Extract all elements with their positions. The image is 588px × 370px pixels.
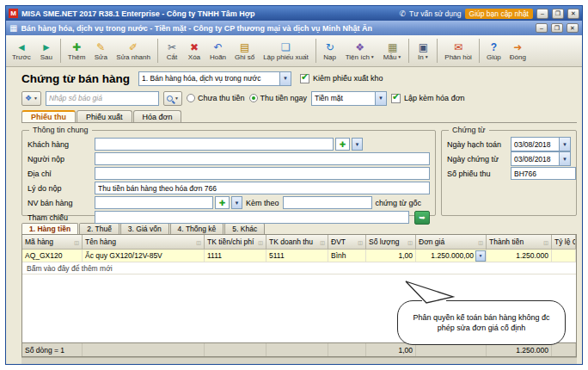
tham-chieu-input[interactable] [95,211,409,224]
app-window: M MISA SME.NET 2017 R38.1 Enterprise - C… [5,5,583,365]
chevron-down-icon[interactable]: ▼ [231,196,242,209]
column-header-so-luong[interactable]: Số lượng◫ [366,235,416,250]
add-new-row[interactable]: Bấm vào đây để thêm mới [22,262,576,274]
khach-hang-input[interactable] [95,138,334,151]
column-header-thanh-tien[interactable]: Thành tiền◫ [487,235,552,250]
filter-icon[interactable]: ◫ [320,239,325,245]
ngay-hach-toan-datepicker[interactable]: 03/08/2018 ▼ [511,137,571,151]
cell-tk-tien[interactable]: 1111 [205,250,266,262]
reference-picker-icon[interactable]: ➥ [414,211,430,225]
filter-icon[interactable]: ◫ [258,239,263,245]
toolbar-delete-button[interactable]: ✖ Xóa [183,36,205,65]
column-header-dvt[interactable]: ĐVT◫ [328,235,366,250]
nguoi-nop-input[interactable] [95,152,430,165]
minimize-icon[interactable]: – [536,9,548,19]
chevron-down-icon[interactable]: ▼ [475,250,486,262]
cell-tk-doanh-thu[interactable]: 5111 [266,250,328,262]
field-label: Ngày hạch toán [447,140,509,149]
payment-method-select[interactable]: Tiền mặt ▼ [311,91,387,106]
update-banner-button[interactable]: Giúp bạn cập nhật [465,9,533,19]
toolbar-add-button[interactable]: ✚ Thêm [64,36,89,65]
column-header-tk-doanh-thu[interactable]: TK doanh thu◫ [266,235,328,250]
toolbar-template-button[interactable]: ▦ Mẫu▼ [379,36,407,65]
column-header-tk-tien[interactable]: TK tiền/chi phí◫ [205,235,266,250]
toolbar-help-button[interactable]: ? Giúp [482,36,505,65]
column-header-ten-hang[interactable]: Tên hàng◫ [83,235,205,250]
filter-icon[interactable]: ◫ [196,239,201,245]
doc-close-icon[interactable]: ✕ [567,23,579,33]
search-button[interactable]: ▼ [163,91,182,106]
toolbar-save-ledger-button[interactable]: ▤ Ghi sổ [230,36,259,65]
support-link[interactable]: Tư vấn sử dụng [409,9,462,18]
cell-dvt[interactable]: Bình [328,250,366,262]
page-title: Chứng từ bán hàng [21,72,130,85]
cell-so-luong[interactable]: 1,00 [366,250,416,262]
chevron-down-icon[interactable]: ▼ [559,138,570,151]
close-icon[interactable]: ✕ [567,9,579,19]
filter-icon[interactable]: ◫ [478,239,483,245]
kem-theo-label: Kèm theo [244,199,281,207]
toolbar-utilities-button[interactable]: ❖ Tiện ích▼ [341,36,379,65]
toolbar-quick-edit-button[interactable]: ✐ Sửa nhanh [112,36,155,65]
cell-ma-hang[interactable]: AQ_GX120 [22,250,83,262]
tab-thue[interactable]: 2. Thuế [79,223,119,234]
kiem-phieu-xuat-kho-checkbox[interactable]: ✔ Kiêm phiếu xuất kho [300,74,383,83]
quick-edit-icon: ✐ [129,41,138,53]
cell-ty-le[interactable] [552,250,576,262]
cell-don-gia[interactable]: 1.250.000,00 ▼ [416,250,487,262]
toolbar-back-button[interactable]: ◄ Trước [8,36,35,65]
column-header-don-gia[interactable]: Đơn giá◫ [416,235,487,250]
doc-restore-icon[interactable]: ❐ [551,23,563,33]
doc-type-select[interactable]: 1. Bán hàng hóa, dịch vụ trong nước ▼ [138,71,291,86]
toolbar-close-button[interactable]: ➜ Đóng [505,36,530,65]
filter-icon[interactable]: ◫ [358,239,363,245]
chevron-down-icon[interactable]: ▼ [375,92,386,105]
cell-thanh-tien[interactable]: 1.250.000 [487,250,552,262]
chevron-down-icon[interactable]: ▼ [352,138,363,151]
column-header-ty-le[interactable]: Tỷ lệ C [552,235,576,250]
radio-chua-thu-tien[interactable]: Chưa thu tiền [187,94,245,102]
lap-kem-hoa-don-checkbox[interactable]: ✔ Lập kèm hóa đơn [391,94,464,103]
so-phieu-thu-input[interactable] [511,167,576,180]
toolbar-feedback-button[interactable]: ✉ Phản hồi [440,36,476,65]
table-row[interactable]: AQ_GX120 Ắc quy GX120/12V-85V 1111 5111 … [22,250,576,262]
quote-number-input[interactable] [46,91,159,106]
ngay-chung-tu-datepicker[interactable]: 03/08/2018 ▼ [511,151,571,166]
toolbar-print-button[interactable]: ▣ In▼ [412,36,434,65]
tab-khac[interactable]: 5. Khác [224,223,265,234]
toolbar-edit-button[interactable]: ✎ Sửa [89,36,112,65]
add-customer-icon[interactable]: ✚ [335,138,350,151]
restore-icon[interactable]: ❐ [552,9,564,19]
tab-hoa-don[interactable]: Hóa đơn [133,110,182,122]
dia-chi-input[interactable] [95,167,430,180]
cell-ten-hang[interactable]: Ắc quy GX120/12V-85V [83,250,205,262]
tab-phieu-xuat[interactable]: Phiếu xuất [77,110,132,122]
ly-do-nop-input[interactable] [95,182,430,194]
filter-icon[interactable]: ◫ [74,239,79,245]
doc-minimize-icon[interactable]: – [536,23,548,33]
tab-thong-ke[interactable]: 4. Thống kê [170,223,224,234]
chevron-down-icon[interactable]: ▼ [279,72,291,85]
chevron-down-icon[interactable]: ▼ [559,152,570,165]
horizontal-scrollbar[interactable] [21,357,577,364]
toolbar-undo-button[interactable]: ↶ Hoãn [205,36,230,65]
annotation-callout: Phân quyền kế toán bán hàng không đc phé… [397,300,566,345]
toolbar-separator [315,39,316,63]
add-employee-icon[interactable]: ✚ [215,196,230,209]
filter-icon[interactable]: ◫ [407,239,413,245]
toolbar-reload-button[interactable]: ↻ Nạp [319,36,341,65]
tab-phieu-thu[interactable]: Phiếu thu [21,110,76,122]
filter-icon[interactable]: ◫ [543,239,548,245]
toolbar-cut-button[interactable]: ✂ Cắt [161,36,183,65]
nv-ban-hang-input[interactable] [95,196,213,209]
toolbar-create-export-slip-button[interactable]: ❏ Lập phiếu xuất [259,36,313,65]
column-header-ma-hang[interactable]: Mã hàng◫ [22,235,83,250]
footer-cell [416,343,487,356]
view-options-button[interactable]: ❖ ▼ [21,91,41,106]
kem-theo-input[interactable] [283,196,372,209]
toolbar-forward-button[interactable]: ► Sau [35,36,58,65]
field-label: Lý do nộp [28,184,93,193]
radio-thu-tien-ngay[interactable]: Thu tiền ngay [249,94,308,102]
tab-gia-von[interactable]: 3. Giá vốn [120,223,169,234]
tab-hang-tien[interactable]: 1. Hàng tiền [21,223,78,234]
